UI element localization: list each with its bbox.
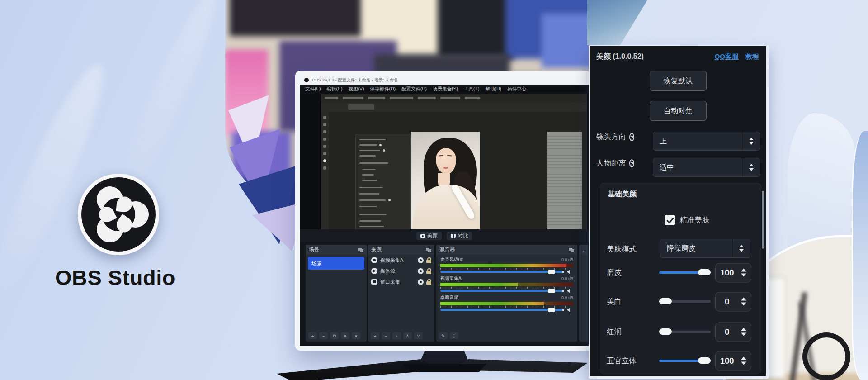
skin-mode-select[interactable]: 降噪磨皮 (660, 239, 750, 258)
auto-focus-button[interactable]: 自动对焦 (650, 101, 707, 121)
smooth-skin-value[interactable]: 100 (715, 263, 751, 282)
volume-slider-handle[interactable] (548, 308, 555, 312)
dock-config-icon[interactable] (569, 248, 574, 252)
slider-handle[interactable] (698, 269, 711, 276)
face-3d-row: 五官立体 100 (600, 351, 761, 370)
source-row[interactable]: 媒体源 (368, 266, 434, 276)
volume-meter (440, 283, 573, 286)
transition-dock-partial: … (579, 245, 588, 342)
video-capture-icon (371, 257, 377, 263)
mixer-menu-button[interactable]: ⋮ (450, 332, 458, 339)
menu-item[interactable]: 停靠部件(D) (370, 86, 396, 92)
stepper-chevrons-icon[interactable] (732, 239, 750, 257)
volume-slider[interactable] (440, 271, 563, 273)
subject-distance-select[interactable]: 适中 (653, 158, 760, 177)
restore-defaults-button[interactable]: 恢复默认 (650, 71, 707, 91)
visibility-icon[interactable] (418, 279, 424, 285)
rosy-slider[interactable] (659, 331, 711, 333)
menu-item[interactable]: 工具(T) (464, 86, 479, 92)
source-row[interactable]: 视频采集A (368, 255, 434, 266)
speaker-icon[interactable] (567, 270, 570, 274)
move-up-button[interactable]: ∧ (403, 332, 412, 339)
window-capture-icon (371, 279, 377, 285)
menu-item[interactable]: 场景集合(S) (433, 86, 458, 92)
whitening-value[interactable]: 0 (715, 292, 751, 311)
visibility-icon[interactable] (418, 268, 424, 274)
value-spinner-icon[interactable] (738, 269, 751, 277)
face-3d-value[interactable]: 100 (715, 351, 751, 370)
remove-scene-button[interactable]: － (319, 332, 328, 339)
menu-item[interactable]: 帮助(H) (485, 86, 501, 92)
scenes-dock-title: 场景 (309, 247, 319, 253)
volume-slider-handle[interactable] (548, 270, 555, 274)
precise-skin-checkbox[interactable] (665, 215, 675, 225)
help-icon[interactable]: ? (629, 133, 634, 141)
quick-button-beauty[interactable]: 美颜 (416, 232, 442, 240)
speaker-icon[interactable] (567, 289, 570, 293)
source-row[interactable]: 窗口采集 (368, 276, 434, 287)
media-source-icon (371, 268, 377, 274)
scene-list-item[interactable]: 场景 (308, 257, 364, 270)
slider-handle[interactable] (659, 298, 672, 304)
lock-icon[interactable] (426, 281, 431, 285)
smooth-skin-slider[interactable] (659, 271, 711, 274)
slider-handle[interactable] (698, 357, 711, 364)
panel-scrollbar[interactable] (762, 191, 764, 249)
mixer-settings-button[interactable]: ✎ (439, 332, 448, 339)
editor-tab[interactable] (348, 104, 374, 110)
volume-slider-handle[interactable] (548, 289, 555, 293)
qq-support-link[interactable]: QQ客服 (715, 52, 739, 61)
move-down-button[interactable]: ∨ (352, 332, 360, 339)
rosy-value[interactable]: 0 (715, 322, 751, 342)
scenes-toolbar: ＋ － ⧉ ∧ ∨ (308, 332, 360, 339)
promo-canvas: OBS Studio OBS 29.1.3 - 配置文件: 未命名 - 场景: … (0, 0, 868, 380)
quick-button-compare[interactable]: 对比 (447, 232, 472, 240)
volume-meter (440, 264, 573, 267)
value-spinner-icon[interactable] (738, 357, 751, 365)
volume-slider[interactable] (440, 309, 563, 311)
stepper-chevrons-icon[interactable] (742, 132, 760, 150)
speaker-icon[interactable] (567, 308, 570, 312)
duplicate-scene-button[interactable]: ⧉ (330, 332, 339, 339)
source-properties-button[interactable]: ◦ (392, 332, 401, 339)
obs-title-text: OBS 29.1.3 - 配置文件: 未命名 - 场景: 未命名 (312, 77, 398, 83)
face-3d-slider[interactable] (659, 360, 711, 362)
obs-menu-bar: 文件(F) 编辑(E) 视图(V) 停靠部件(D) 配置文件(P) 场景集合(S… (300, 85, 589, 94)
value-spinner-icon[interactable] (738, 328, 751, 336)
mixer-channel: 麦克风/Aux 0.0 dB (436, 255, 577, 274)
whitening-slider[interactable] (659, 300, 711, 303)
menu-item[interactable]: 视图(V) (348, 86, 364, 92)
add-source-button[interactable]: ＋ (371, 332, 379, 339)
remove-source-button[interactable]: － (382, 332, 390, 339)
smooth-skin-row: 磨皮 100 (600, 263, 761, 282)
mixer-channel: 视频采集A 0.0 dB (436, 274, 577, 293)
dock-config-icon[interactable] (426, 248, 431, 252)
visibility-icon[interactable] (418, 257, 424, 263)
camera-direction-select[interactable]: 上 (653, 132, 760, 151)
subject-distance-label: 人物距离 (596, 158, 626, 168)
basic-beauty-section: 基础美颜 精准美肤 美肤模式 降噪磨皮 磨皮 100 (600, 183, 761, 374)
beauty-panel-header: 美颜 (1.0.0.52) QQ客服 教程 (590, 46, 766, 67)
obs-preview-area (300, 94, 589, 229)
slider-handle[interactable] (659, 328, 672, 335)
stepper-chevrons-icon[interactable] (742, 158, 760, 176)
lock-icon[interactable] (426, 271, 431, 274)
volume-slider[interactable] (440, 290, 563, 292)
obs-app-icon (304, 78, 309, 82)
camera-direction-label: 镜头方向 (596, 132, 626, 142)
sources-toolbar: ＋ － ◦ ∧ ∨ (371, 332, 423, 339)
dock-config-icon[interactable] (358, 248, 363, 252)
menu-item[interactable]: 编辑(E) (326, 86, 342, 92)
menu-item[interactable]: 文件(F) (305, 86, 321, 92)
help-icon[interactable]: ? (629, 159, 634, 167)
move-down-button[interactable]: ∨ (414, 332, 423, 339)
menu-item[interactable]: 插件中心 (507, 86, 526, 92)
value-spinner-icon[interactable] (738, 298, 751, 306)
add-scene-button[interactable]: ＋ (308, 332, 317, 339)
move-up-button[interactable]: ∧ (341, 332, 349, 339)
editor-toolbar (321, 112, 329, 229)
tutorial-link[interactable]: 教程 (745, 52, 759, 61)
precise-skin-row: 精准美肤 (665, 215, 709, 225)
menu-item[interactable]: 配置文件(P) (401, 86, 427, 92)
lock-icon[interactable] (426, 260, 431, 263)
